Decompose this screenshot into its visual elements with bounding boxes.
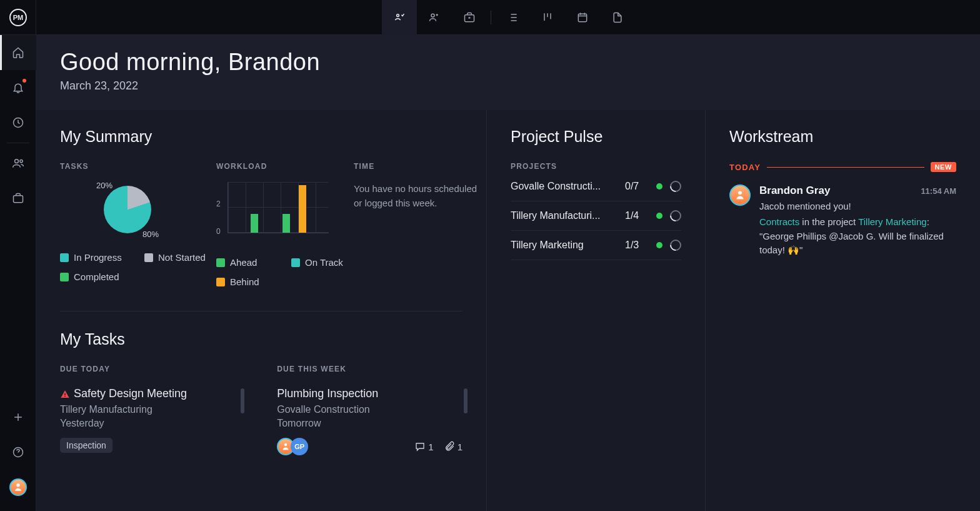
comment-icon	[414, 441, 426, 452]
progress-ring-icon	[668, 178, 683, 194]
topnav-team[interactable]	[417, 0, 452, 35]
project-count: 1/4	[625, 210, 649, 221]
workload-bar-chart: 0 2	[216, 182, 329, 242]
today-label: TODAY	[729, 163, 761, 172]
left-sidebar: PM	[0, 0, 36, 511]
workload-legend: Ahead On Track Behind	[216, 257, 354, 287]
nav-notifications[interactable]	[0, 70, 36, 105]
nav-recent[interactable]	[0, 105, 36, 140]
nav-profile-avatar[interactable]	[0, 470, 36, 505]
status-dot-icon	[656, 242, 662, 248]
task-project: Tillery Manufacturing	[60, 404, 239, 415]
app-logo[interactable]: PM	[0, 0, 36, 35]
tasks-legend: In Progress Not Started Completed	[60, 252, 216, 282]
workload-label: WORKLOAD	[216, 162, 354, 171]
alert-icon	[60, 389, 70, 399]
tasks-pie-chart: 20% 80%	[98, 182, 172, 238]
scrollbar[interactable]	[241, 388, 244, 413]
svg-point-4	[19, 160, 22, 163]
svg-rect-12	[64, 393, 65, 395]
nav-team[interactable]	[0, 146, 36, 181]
topnav-projects[interactable]	[452, 0, 487, 35]
swatch-icon	[216, 258, 225, 267]
progress-ring-icon	[668, 208, 683, 223]
svg-point-14	[284, 443, 288, 447]
task-card[interactable]: Safety Design Meeting Tillery Manufactur…	[60, 387, 239, 453]
ws-link-contracts[interactable]: Contracts	[759, 216, 799, 227]
ws-mention-line: Jacob mentioned you!	[759, 201, 956, 211]
mytasks-title: My Tasks	[60, 330, 462, 348]
workstream-today-ruler: TODAY NEW	[729, 162, 956, 172]
ws-timestamp: 11:54 AM	[921, 186, 956, 196]
project-row[interactable]: Govalle Constructi... 0/7	[511, 177, 681, 201]
task-card[interactable]: Plumbing Inspection Govalle Construction…	[277, 387, 462, 455]
attachment-icon	[444, 441, 455, 452]
pie-graphic	[104, 186, 151, 233]
topnav-separator	[491, 11, 491, 24]
assignee-avatars: GP	[277, 438, 304, 455]
section-divider	[60, 311, 462, 311]
comments-count[interactable]: 1	[414, 441, 433, 452]
ws-author: Brandon Gray	[759, 185, 830, 197]
swatch-icon	[60, 273, 69, 281]
topnav-files[interactable]	[600, 0, 635, 35]
avatar-icon	[729, 185, 751, 206]
bar-ahead-2	[282, 214, 290, 233]
svg-point-3	[14, 159, 18, 163]
panel-workstream: Workstream TODAY NEW Brandon Gray 11:54 …	[705, 110, 980, 511]
legend-not-started: Not Started	[144, 252, 216, 263]
status-dot-icon	[656, 213, 662, 219]
svg-point-7	[16, 483, 19, 487]
attachments-count[interactable]: 1	[444, 441, 462, 452]
ytick-0: 0	[216, 227, 221, 236]
legend-on-track: On Track	[291, 257, 354, 268]
task-project: Govalle Construction	[277, 404, 462, 415]
topnav-board[interactable]	[530, 0, 565, 35]
svg-point-8	[396, 14, 399, 16]
ws-link-project[interactable]: Tillery Marketing	[858, 216, 926, 227]
new-badge: NEW	[931, 162, 956, 172]
task-due: Yesterday	[60, 418, 239, 429]
ws-message: Contracts in the project Tillery Marketi…	[759, 215, 956, 258]
project-row[interactable]: Tillery Marketing 1/3	[511, 231, 681, 260]
swatch-icon	[144, 253, 153, 262]
progress-ring-icon	[668, 237, 683, 253]
tasks-due-today-col: DUE TODAY Safety Design Meeting Tillery …	[60, 365, 239, 455]
svg-point-9	[431, 14, 434, 17]
task-title-text: Safety Design Meeting	[74, 387, 187, 400]
topnav-list[interactable]	[495, 0, 530, 35]
project-name: Govalle Constructi...	[511, 181, 618, 192]
nav-add[interactable]	[0, 400, 36, 435]
panel-project-pulse: Project Pulse PROJECTS Govalle Construct…	[486, 110, 705, 511]
swatch-icon	[60, 253, 69, 262]
project-row[interactable]: Tillery Manufacturi... 1/4	[511, 201, 681, 231]
status-dot-icon	[656, 183, 662, 190]
avatar-gp: GP	[291, 438, 308, 455]
task-due: Tomorrow	[277, 418, 462, 429]
project-count: 1/3	[625, 240, 649, 251]
nav-help[interactable]	[0, 435, 36, 470]
project-name: Tillery Marketing	[511, 240, 618, 251]
sidebar-divider	[7, 143, 29, 143]
workstream-title: Workstream	[729, 128, 956, 146]
pulse-title: Project Pulse	[511, 128, 681, 146]
workstream-item[interactable]: Brandon Gray 11:54 AM Jacob mentioned yo…	[729, 185, 956, 258]
svg-text:PM: PM	[12, 14, 23, 21]
project-name: Tillery Manufacturi...	[511, 210, 618, 221]
time-label: TIME	[354, 162, 479, 171]
task-title-text: Plumbing Inspection	[277, 387, 378, 400]
swatch-icon	[291, 258, 300, 267]
time-empty-text: You have no hours scheduled or logged th…	[354, 182, 479, 210]
topnav-calendar[interactable]	[565, 0, 600, 35]
panel-summary-tasks: My Summary TASKS 20% 80% In Progress Not…	[36, 110, 486, 511]
svg-rect-5	[13, 196, 22, 203]
legend-behind: Behind	[216, 276, 279, 287]
topnav-overview[interactable]	[382, 0, 417, 35]
nav-portfolio[interactable]	[0, 181, 36, 216]
tasks-label: TASKS	[60, 162, 216, 171]
scrollbar[interactable]	[464, 388, 468, 413]
legend-ahead: Ahead	[216, 257, 279, 268]
nav-home[interactable]	[0, 35, 36, 70]
bar-behind	[299, 185, 306, 233]
user-avatar-icon	[9, 478, 27, 496]
